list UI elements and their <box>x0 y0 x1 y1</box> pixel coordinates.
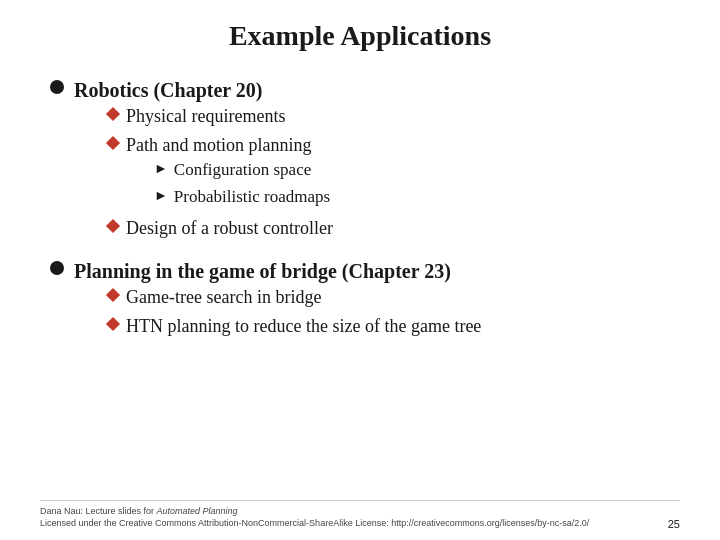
list-item: ► Configuration space <box>154 158 330 182</box>
list-item: Robotics (Chapter 20) Physical requireme… <box>50 76 680 247</box>
list-item: Physical requirements <box>108 104 333 129</box>
bullet-l1-icon <box>50 80 64 94</box>
diamond-bullet-icon <box>106 317 120 331</box>
bridge-heading: Planning in the game of bridge (Chapter … <box>74 260 451 282</box>
footer-credit: Dana Nau: Lecture slides for Automated P… <box>40 505 589 530</box>
diamond-bullet-icon <box>106 107 120 121</box>
diamond-bullet-icon <box>106 288 120 302</box>
list-item: HTN planning to reduce the size of the g… <box>108 314 481 339</box>
list-item: ► Probabilistic roadmaps <box>154 185 330 209</box>
slide: Example Applications Robotics (Chapter 2… <box>0 0 720 540</box>
footer-license: Licensed under the Creative Commons Attr… <box>40 518 589 528</box>
path-motion-children: ► Configuration space ► Probabilistic ro… <box>154 158 330 209</box>
physical-req-label: Physical requirements <box>126 104 285 129</box>
list-item: Design of a robust controller <box>108 216 333 241</box>
config-space-label: Configuration space <box>174 158 311 182</box>
bullet-l1-icon <box>50 261 64 275</box>
robotics-children: Physical requirements Path and motion pl… <box>108 104 333 241</box>
slide-title: Example Applications <box>40 20 680 52</box>
list-item: Planning in the game of bridge (Chapter … <box>50 257 680 345</box>
diamond-bullet-icon <box>106 136 120 150</box>
htn-planning-label: HTN planning to reduce the size of the g… <box>126 314 481 339</box>
slide-content: Robotics (Chapter 20) Physical requireme… <box>40 76 680 500</box>
prob-roadmaps-label: Probabilistic roadmaps <box>174 185 330 209</box>
slide-footer: Dana Nau: Lecture slides for Automated P… <box>40 500 680 530</box>
path-motion-label: Path and motion planning <box>126 135 311 155</box>
footer-book-title: Automated Planning <box>157 506 238 516</box>
page-number: 25 <box>668 518 680 530</box>
bridge-children: Game-tree search in bridge HTN planning … <box>108 285 481 339</box>
list-item: Path and motion planning ► Configuration… <box>108 133 333 212</box>
arrow-bullet-icon: ► <box>154 161 168 177</box>
game-tree-label: Game-tree search in bridge <box>126 285 321 310</box>
robust-ctrl-label: Design of a robust controller <box>126 216 333 241</box>
list-item: Game-tree search in bridge <box>108 285 481 310</box>
arrow-bullet-icon: ► <box>154 188 168 204</box>
robotics-heading: Robotics (Chapter 20) <box>74 79 263 101</box>
diamond-bullet-icon <box>106 219 120 233</box>
